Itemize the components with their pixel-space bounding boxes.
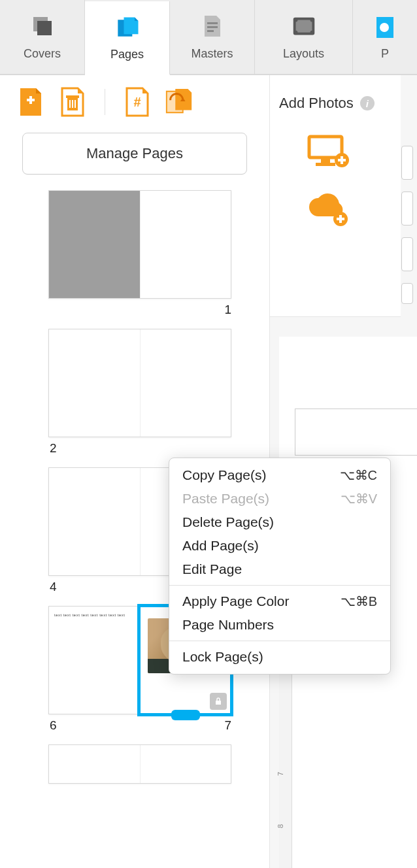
svg-text:#: # xyxy=(133,95,141,109)
toolbar-divider xyxy=(105,89,105,115)
lock-icon xyxy=(210,693,227,710)
svg-point-12 xyxy=(380,23,389,32)
cm-divider xyxy=(169,585,390,586)
ruler-mark: 8 xyxy=(276,824,284,828)
page-right[interactable] xyxy=(140,329,231,437)
canvas-rect xyxy=(295,409,417,456)
edge-button-1[interactable] xyxy=(401,146,413,180)
cm-edit-page[interactable]: Edit Page xyxy=(169,558,390,581)
page-right[interactable] xyxy=(140,191,231,298)
tab-pages[interactable]: Pages xyxy=(85,1,170,75)
svg-point-10 xyxy=(310,31,314,35)
svg-rect-22 xyxy=(216,701,221,705)
cm-copy-pages[interactable]: Copy Page(s) ⌥⌘C xyxy=(169,463,390,487)
page-number: 4 xyxy=(50,580,57,594)
edge-button-2[interactable] xyxy=(401,192,413,225)
page-left[interactable] xyxy=(49,468,140,575)
partial-icon xyxy=(371,13,399,42)
svg-point-9 xyxy=(293,31,297,35)
page-text-preview: text text text text text text text text xyxy=(49,607,140,624)
top-tabbar: Covers Pages Masters Layouts P xyxy=(0,0,417,75)
cm-apply-page-color[interactable]: Apply Page Color ⌥⌘B xyxy=(169,590,390,613)
cm-label: Edit Page xyxy=(182,561,242,577)
page-number: 2 xyxy=(50,441,57,456)
edge-button-4[interactable] xyxy=(401,283,413,304)
cm-label: Page Numbers xyxy=(182,617,274,633)
selection-handle[interactable] xyxy=(171,710,200,720)
svg-rect-23 xyxy=(309,137,342,158)
add-from-cloud-button[interactable] xyxy=(305,193,351,229)
page-number: 7 xyxy=(224,718,231,733)
cm-paste-pages: Paste Page(s) ⌥⌘V xyxy=(169,487,390,510)
svg-rect-25 xyxy=(316,163,335,166)
cm-label: Apply Page Color xyxy=(182,593,289,609)
svg-point-7 xyxy=(293,18,297,22)
tab-layouts[interactable]: Layouts xyxy=(255,0,353,74)
spread-2[interactable]: 2 xyxy=(48,329,233,456)
manage-pages-button[interactable]: Manage Pages xyxy=(22,133,247,175)
svg-rect-4 xyxy=(207,30,214,32)
spread-5[interactable] xyxy=(48,744,233,784)
svg-rect-31 xyxy=(337,218,344,220)
swap-page-button[interactable] xyxy=(164,87,194,117)
manage-pages-label: Manage Pages xyxy=(86,145,183,162)
tab-label: Masters xyxy=(191,47,233,61)
svg-rect-14 xyxy=(29,96,32,104)
cm-add-pages[interactable]: Add Page(s) xyxy=(169,534,390,558)
page-number: 6 xyxy=(50,718,57,733)
svg-rect-3 xyxy=(207,26,218,28)
info-icon[interactable]: i xyxy=(360,96,375,110)
cm-shortcut: ⌥⌘B xyxy=(341,593,377,609)
edge-button-3[interactable] xyxy=(401,237,413,271)
svg-rect-24 xyxy=(321,159,330,163)
page-right[interactable] xyxy=(140,745,231,783)
pages-toolbar: # xyxy=(0,75,269,124)
page-left[interactable] xyxy=(49,745,140,783)
pages-icon xyxy=(113,14,142,42)
page-left[interactable] xyxy=(49,191,140,298)
svg-rect-1 xyxy=(37,21,52,35)
svg-rect-16 xyxy=(66,95,79,98)
cm-label: Delete Page(s) xyxy=(182,514,274,530)
svg-rect-19 xyxy=(75,100,76,108)
cm-label: Copy Page(s) xyxy=(182,467,266,483)
tab-masters[interactable]: Masters xyxy=(170,0,255,74)
add-page-button[interactable] xyxy=(16,87,46,117)
page-left[interactable]: text text text text text text text text xyxy=(49,607,140,714)
cm-shortcut: ⌥⌘C xyxy=(340,467,377,483)
svg-rect-17 xyxy=(69,100,71,108)
svg-point-8 xyxy=(310,18,314,22)
ruler-mark: 7 xyxy=(276,772,284,776)
context-menu: Copy Page(s) ⌥⌘C Paste Page(s) ⌥⌘V Delet… xyxy=(169,458,391,675)
tab-label: P xyxy=(381,47,389,61)
cm-page-numbers[interactable]: Page Numbers xyxy=(169,613,390,637)
page-number-button[interactable]: # xyxy=(122,87,152,117)
cm-label: Add Page(s) xyxy=(182,538,259,554)
svg-rect-28 xyxy=(338,159,346,161)
cm-label: Paste Page(s) xyxy=(182,491,269,507)
add-photos-section: Add Photos i xyxy=(270,75,401,317)
spread-1[interactable]: 1 xyxy=(48,190,233,317)
tab-label: Pages xyxy=(110,48,144,61)
cm-divider xyxy=(169,641,390,641)
cm-label: Lock Page(s) xyxy=(182,649,263,665)
cm-delete-pages[interactable]: Delete Page(s) xyxy=(169,510,390,534)
svg-rect-6 xyxy=(295,20,312,33)
add-from-computer-button[interactable] xyxy=(305,134,351,171)
right-edge-buttons xyxy=(401,146,413,304)
delete-page-button[interactable] xyxy=(58,87,88,117)
covers-icon xyxy=(28,13,57,42)
cm-shortcut: ⌥⌘V xyxy=(341,491,377,507)
page-number: 1 xyxy=(224,303,231,317)
layouts-icon xyxy=(290,13,318,42)
masters-icon xyxy=(198,13,227,42)
svg-rect-18 xyxy=(72,100,73,108)
page-left[interactable] xyxy=(49,329,140,437)
tab-covers[interactable]: Covers xyxy=(0,0,85,74)
add-photos-label: Add Photos xyxy=(279,95,354,112)
tab-label: Layouts xyxy=(283,47,324,61)
tab-label: Covers xyxy=(24,47,61,61)
tab-partial[interactable]: P xyxy=(353,0,417,74)
svg-rect-2 xyxy=(207,22,218,24)
cm-lock-pages[interactable]: Lock Page(s) xyxy=(169,645,390,669)
